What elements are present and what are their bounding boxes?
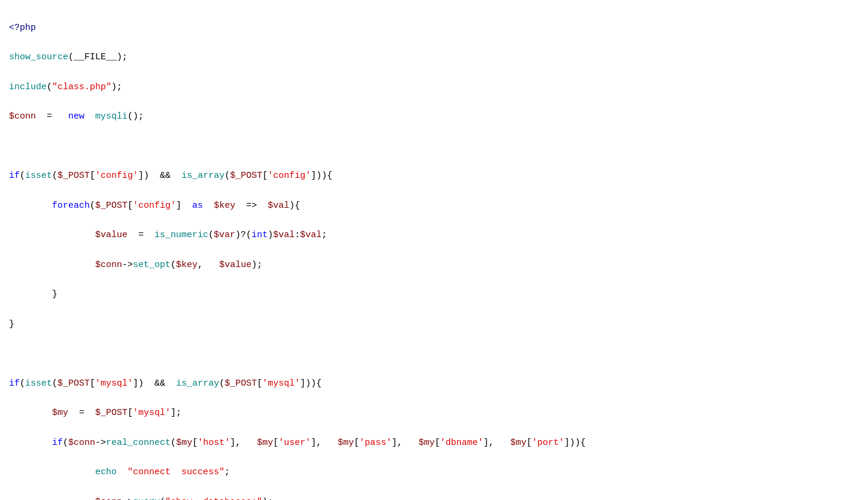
line-my-assign: $my = $_POST['mysql']; — [9, 408, 181, 418]
line-foreach: foreach($_POST['config'] as $key => $val… — [9, 201, 300, 211]
line-close-inner: } — [9, 289, 57, 299]
line-close-if-config: } — [9, 319, 14, 329]
line-conn: $conn = new mysqli(); — [9, 111, 144, 122]
code-display: <?php show_source(__FILE__); include("cl… — [9, 6, 859, 500]
line-query: $conn->query("show databases;"); — [9, 497, 273, 500]
line-if-real-connect: if($conn->real_connect($my['host'], $my[… — [9, 438, 585, 448]
line-if-mysql: if(isset($_POST['mysql']) && is_array($_… — [9, 378, 321, 389]
line-echo-success: echo "connect success"; — [9, 467, 230, 477]
php-open-tag: <?php — [9, 23, 36, 33]
line-if-config: if(isset($_POST['config']) && is_array($… — [9, 171, 332, 181]
line-include: include("class.php"); — [9, 82, 122, 92]
line-value: $value = is_numeric($var)?(int)$val:$val… — [9, 230, 327, 240]
line-show-source: show_source(__FILE__); — [9, 52, 128, 62]
line-set-opt: $conn->set_opt($key, $value); — [9, 260, 262, 270]
